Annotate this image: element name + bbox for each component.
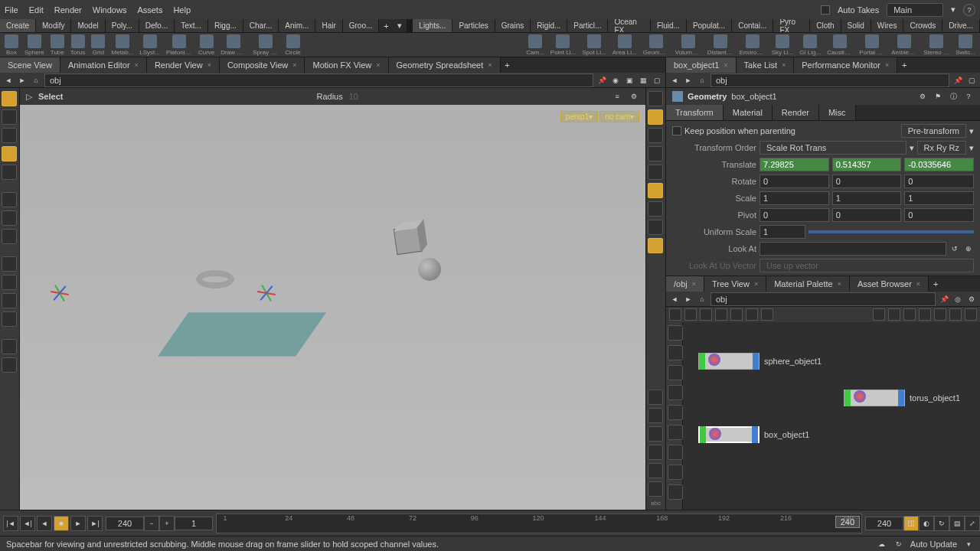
gear-icon[interactable]: ⚙ [966,294,977,305]
net-tab-asset[interactable]: Asset Browser× [850,276,929,292]
net-view4-icon[interactable] [746,308,758,321]
house-icon[interactable]: ⌂ [697,75,707,86]
uscale-slider[interactable] [808,230,974,233]
net-sort5-icon[interactable] [934,308,946,321]
tool-gilig[interactable]: GI Lig... [798,34,822,56]
inspect-tool[interactable] [2,339,17,354]
shelf-tab-grains[interactable]: Grains [495,19,531,32]
disp-tool3[interactable] [648,146,663,161]
move-tool[interactable] [2,128,17,143]
tool-portalli[interactable]: Portal Li... [858,34,887,56]
net-sort3-icon[interactable] [903,308,916,321]
menu-edit[interactable]: Edit [29,5,44,15]
net-search-icon[interactable] [949,308,962,321]
menu-help[interactable]: Help [173,5,191,15]
lock-icon[interactable] [648,128,663,143]
shelf-tab-solid[interactable]: Solid [841,19,871,32]
uscale-field[interactable] [760,225,805,239]
net-grid-icon[interactable] [684,308,697,321]
tool-torus[interactable]: Torus [69,34,87,56]
frame-minus-button[interactable]: − [144,516,159,531]
net-side8[interactable] [668,465,683,480]
menu-file[interactable]: File [5,5,18,15]
refresh-icon[interactable]: ↻ [893,539,904,549]
tool-grid[interactable]: Grid [90,34,106,56]
scale-tool[interactable] [2,165,17,180]
close-icon[interactable]: × [376,61,380,69]
tool-skyli[interactable]: Sky Li... [770,34,795,56]
tool-spotli[interactable]: Spot Li... [580,34,608,56]
translate-x-field[interactable] [760,158,829,171]
shelf-tab-contai[interactable]: Contai... [732,19,773,32]
play-button[interactable]: ► [70,516,86,531]
play-back-button[interactable]: ◄ [37,516,52,531]
param-path-input[interactable] [710,73,949,87]
frame-plus-button[interactable]: + [159,516,175,531]
last-frame-button[interactable]: ►| [87,516,103,531]
disp-toolC[interactable] [648,426,663,442]
net-side7[interactable] [668,445,683,460]
viewport-opts-icon[interactable]: ≡ [612,91,622,102]
cube-icon[interactable]: ▣ [624,75,635,86]
shelf-menu-left[interactable]: ▾ [393,19,407,32]
network-canvas[interactable]: sphere_object1torus_object1box_object1 [683,322,980,510]
take-menu-icon[interactable]: ▾ [951,5,956,15]
tl-opt1-icon[interactable]: ◐ [919,516,934,531]
xform-order-dropdown[interactable]: Scale Rot Trans [760,141,906,155]
start-frame-field[interactable] [175,517,213,530]
disp-tool7[interactable] [648,220,663,235]
close-icon[interactable]: × [207,61,211,69]
net-tab-obj[interactable]: /obj× [666,276,704,292]
close-icon[interactable]: × [724,61,727,69]
net-path-input[interactable] [710,292,936,306]
shelf-tab-hair[interactable]: Hair [315,19,342,32]
tool-switc[interactable]: Switc... [954,34,977,56]
net-sort4-icon[interactable] [919,308,931,321]
pivot-x-field[interactable] [760,208,829,222]
cloud-icon[interactable]: ☁ [877,539,887,549]
box-object[interactable] [394,226,423,255]
shelf-tab-create[interactable]: Create [0,19,36,32]
shelf-tab-model[interactable]: Model [71,19,105,32]
pane-tab-render-view[interactable]: Render View× [147,57,220,73]
tool-geometryl[interactable]: Geometry L... [642,34,671,56]
grid-object[interactable] [158,312,326,356]
tool-box[interactable]: Box [3,34,20,56]
tool-sprayp[interactable]: Spray P... [251,34,280,56]
nav-back-icon[interactable]: ◄ [669,294,680,305]
auto-takes-checkbox[interactable] [821,5,830,15]
shelf-tab-wires[interactable]: Wires [871,19,904,32]
pane-tab-motion-fx-view[interactable]: Motion FX View× [305,57,388,73]
tool-environme[interactable]: Environme... [738,34,767,56]
cur-frame-field[interactable] [106,517,144,530]
nav-back-icon[interactable]: ◄ [669,75,680,86]
status-menu-icon[interactable]: ▾ [963,539,974,549]
info-icon[interactable]: ⓘ [948,91,959,102]
tab-material[interactable]: Material [724,105,773,120]
close-icon[interactable]: × [782,61,786,69]
maximize-icon[interactable]: ▢ [966,75,977,86]
maximize-icon[interactable]: ▢ [652,75,662,86]
net-sort1-icon[interactable] [873,308,885,321]
pane-tab-scene-view[interactable]: Scene View [0,57,60,73]
help-icon[interactable]: ? [963,4,975,16]
viewport-gear-icon[interactable]: ⚙ [629,91,639,102]
auto-update-label[interactable]: Auto Update [910,540,957,549]
tool-distantli[interactable]: Distant Li... [706,34,735,56]
tool-causticli[interactable]: Caustic Li... [825,34,854,56]
tool-volumeli[interactable]: Volume Li... [674,34,703,56]
shelf-add-left[interactable]: + [379,19,393,32]
rotate-tool[interactable] [2,146,17,161]
viewport[interactable]: ▷ Select Radius 10 ≡ ⚙ persp1▾ no cam▾ [20,88,645,510]
lookat-pick-icon[interactable]: ⊕ [963,243,974,254]
net-side2[interactable] [668,345,683,360]
tool-areali[interactable]: Area Li... [611,34,639,56]
net-side1[interactable] [668,325,683,341]
stop-button[interactable]: ■ [54,516,69,531]
menu-assets[interactable]: Assets [137,5,162,15]
construct2-tool[interactable] [2,275,17,290]
nocam-badge[interactable]: no cam▾ [599,111,639,122]
tl-opt3-icon[interactable]: ▤ [949,516,965,531]
net-tab-tree[interactable]: Tree View× [704,276,766,292]
shelf-tab-defo[interactable]: Defo... [139,19,175,32]
